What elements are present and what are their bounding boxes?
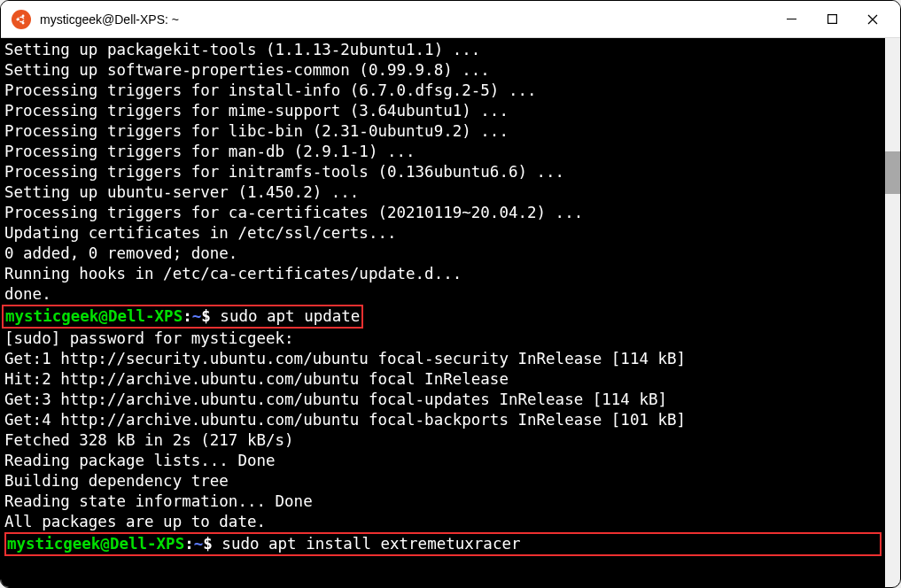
output-line: Processing triggers for ca-certificates … (4, 203, 882, 223)
prompt-path: ~ (192, 307, 202, 325)
output-line: Hit:2 http://archive.ubuntu.com/ubuntu f… (4, 369, 882, 390)
maximize-button[interactable] (812, 5, 852, 34)
terminal-body[interactable]: Setting up packagekit-tools (1.1.13-2ubu… (1, 38, 900, 587)
output-line: Processing triggers for install-info (6.… (4, 81, 882, 101)
prompt-sep: : (184, 535, 194, 553)
output-line: Get:4 http://archive.ubuntu.com/ubuntu f… (4, 410, 882, 430)
highlight-cmd-update: mysticgeek@Dell-XPS:~$ sudo apt update (2, 305, 363, 329)
output-line: Running hooks in /etc/ca-certificates/up… (4, 264, 882, 284)
output-line: Processing triggers for mime-support (3.… (4, 101, 882, 121)
output-line: Fetched 328 kB in 2s (217 kB/s) (4, 430, 882, 451)
output-line: All packages are up to date. (4, 512, 882, 532)
prompt-sigil: $ (203, 535, 213, 553)
prompt-path: ~ (194, 535, 204, 553)
command-update: sudo apt update (211, 307, 361, 325)
output-line: [sudo] password for mysticgeek: (4, 329, 882, 349)
highlight-cmd-install: mysticgeek@Dell-XPS:~$ sudo apt install … (4, 532, 882, 556)
window-controls (771, 5, 893, 34)
output-line: Get:3 http://archive.ubuntu.com/ubuntu f… (4, 390, 882, 410)
minimize-button[interactable] (771, 5, 812, 34)
output-line: Setting up ubuntu-server (1.450.2) ... (4, 182, 882, 203)
output-line: 0 added, 0 removed; done. (4, 244, 882, 264)
window-title: mysticgeek@Dell-XPS: ~ (40, 12, 771, 27)
prompt-line-1: mysticgeek@Dell-XPS:~$ sudo apt update (4, 305, 882, 329)
output-line: Processing triggers for man-db (2.9.1-1)… (4, 142, 882, 162)
svg-rect-4 (827, 15, 836, 24)
output-line: Setting up packagekit-tools (1.1.13-2ubu… (4, 40, 882, 60)
output-line: Reading state information... Done (4, 491, 882, 512)
output-line: Reading package lists... Done (4, 451, 882, 471)
output-line: Processing triggers for libc-bin (2.31-0… (4, 121, 882, 142)
output-line: done. (4, 284, 882, 305)
close-button[interactable] (852, 5, 893, 34)
command-install: sudo apt install extremetuxracer (213, 535, 521, 553)
output-line: Setting up software-properties-common (0… (4, 60, 882, 81)
prompt-userhost: mysticgeek@Dell-XPS (5, 307, 183, 325)
scrollbar-thumb[interactable] (885, 151, 900, 194)
titlebar[interactable]: mysticgeek@Dell-XPS: ~ (1, 1, 900, 38)
output-line: Updating certificates in /etc/ssl/certs.… (4, 223, 882, 244)
terminal-window: mysticgeek@Dell-XPS: ~ Setting up packag… (0, 0, 901, 588)
scrollbar-track[interactable] (885, 38, 900, 587)
ubuntu-icon (12, 10, 31, 29)
output-line: Building dependency tree (4, 471, 882, 491)
output-line: Get:1 http://security.ubuntu.com/ubuntu … (4, 349, 882, 369)
prompt-sep: : (183, 307, 192, 325)
prompt-userhost: mysticgeek@Dell-XPS (7, 535, 184, 553)
output-line: Processing triggers for initramfs-tools … (4, 162, 882, 182)
terminal-output[interactable]: Setting up packagekit-tools (1.1.13-2ubu… (1, 38, 885, 587)
prompt-sigil: $ (201, 307, 211, 325)
